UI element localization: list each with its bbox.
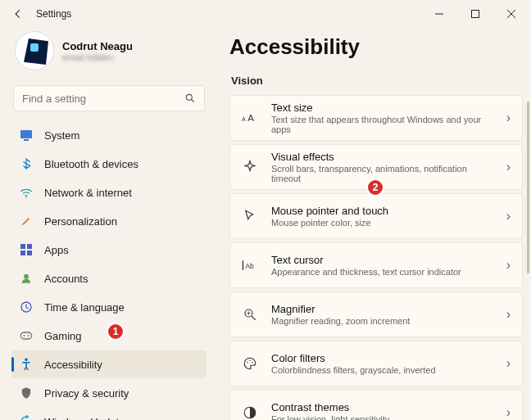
setting-contrast-themes[interactable]: Contrast themesFor low vision, light sen… bbox=[229, 390, 523, 420]
card-title: Visual effects bbox=[271, 151, 493, 163]
profile-block[interactable]: Codrut Neagu email hidden bbox=[11, 28, 206, 79]
titlebar: Settings bbox=[0, 0, 531, 28]
search-input[interactable] bbox=[22, 93, 184, 105]
svg-point-26 bbox=[249, 360, 251, 362]
profile-name: Codrut Neagu bbox=[62, 40, 133, 52]
svg-point-14 bbox=[23, 335, 25, 336]
sparkle-icon bbox=[242, 159, 258, 175]
card-title: Mouse pointer and touch bbox=[271, 205, 493, 217]
card-sub: Mouse pointer color, size bbox=[271, 218, 493, 228]
nav-label: Gaming bbox=[44, 330, 82, 342]
nav-label: Accessibility bbox=[44, 359, 102, 371]
settings-list: AA Text sizeText size that appears throu… bbox=[229, 95, 523, 420]
svg-rect-13 bbox=[20, 332, 31, 339]
setting-text-cursor[interactable]: Ab Text cursorAppearance and thickness, … bbox=[229, 242, 523, 288]
search-box[interactable] bbox=[13, 85, 205, 111]
card-sub: Scroll bars, transparency, animations, n… bbox=[271, 164, 493, 183]
sidebar-item-update[interactable]: Windows Update bbox=[11, 408, 206, 420]
svg-rect-5 bbox=[24, 139, 29, 141]
svg-rect-10 bbox=[27, 251, 32, 255]
nav-label: Time & language bbox=[44, 301, 125, 314]
svg-rect-9 bbox=[20, 251, 25, 255]
sidebar-item-system[interactable]: System bbox=[11, 121, 206, 149]
profile-email: email hidden bbox=[62, 52, 133, 62]
setting-mouse-pointer[interactable]: Mouse pointer and touchMouse pointer col… bbox=[229, 193, 523, 239]
card-title: Text cursor bbox=[271, 254, 493, 266]
section-header: Vision bbox=[231, 75, 523, 87]
scrollbar[interactable] bbox=[527, 102, 529, 273]
minimize-icon bbox=[435, 10, 443, 18]
card-title: Color filters bbox=[271, 352, 493, 364]
sidebar-item-network[interactable]: Network & internet bbox=[11, 178, 206, 206]
nav-label: Windows Update bbox=[44, 416, 125, 421]
card-title: Magnifier bbox=[271, 303, 493, 315]
sidebar-item-personalization[interactable]: Personalization bbox=[11, 207, 206, 235]
svg-line-22 bbox=[252, 316, 256, 320]
svg-rect-8 bbox=[27, 244, 32, 249]
svg-point-27 bbox=[252, 362, 253, 364]
close-button[interactable] bbox=[493, 2, 529, 26]
chevron-right-icon: › bbox=[506, 111, 511, 125]
svg-text:A: A bbox=[242, 116, 246, 123]
maximize-icon bbox=[471, 10, 479, 18]
setting-color-filters[interactable]: Color filtersColorblindness filters, gra… bbox=[229, 341, 523, 386]
nav-label: Bluetooth & devices bbox=[44, 158, 138, 170]
search-icon bbox=[184, 93, 196, 104]
arrow-left-icon bbox=[12, 8, 24, 20]
card-title: Text size bbox=[271, 102, 493, 114]
window-title: Settings bbox=[36, 8, 71, 20]
minimize-button[interactable] bbox=[421, 2, 457, 26]
update-icon bbox=[20, 415, 33, 420]
card-sub: For low vision, light sensitivity bbox=[271, 414, 493, 420]
annotation-badge-2: 2 bbox=[366, 178, 384, 196]
text-size-icon: AA bbox=[242, 110, 258, 126]
svg-point-2 bbox=[186, 94, 192, 100]
svg-point-11 bbox=[24, 274, 29, 279]
sidebar-item-privacy[interactable]: Privacy & security bbox=[11, 379, 206, 407]
sidebar-item-apps[interactable]: Apps bbox=[11, 236, 206, 264]
back-button[interactable] bbox=[11, 7, 25, 20]
chevron-right-icon: › bbox=[506, 258, 511, 273]
svg-point-16 bbox=[25, 359, 27, 361]
nav-label: System bbox=[44, 129, 79, 142]
gaming-icon bbox=[20, 329, 33, 342]
cursor-icon bbox=[242, 208, 258, 224]
sidebar-item-accessibility[interactable]: Accessibility bbox=[11, 350, 206, 378]
chevron-right-icon: › bbox=[506, 405, 511, 420]
magnifier-icon bbox=[242, 306, 258, 323]
setting-text-size[interactable]: AA Text sizeText size that appears throu… bbox=[229, 95, 523, 141]
page-title: Accessibility bbox=[229, 34, 523, 60]
svg-point-15 bbox=[28, 335, 30, 336]
svg-point-25 bbox=[247, 362, 248, 364]
nav-label: Personalization bbox=[44, 215, 117, 228]
svg-text:A: A bbox=[247, 113, 254, 123]
chevron-right-icon: › bbox=[506, 307, 511, 322]
nav-label: Apps bbox=[44, 244, 69, 256]
text-cursor-icon: Ab bbox=[242, 257, 258, 273]
maximize-button[interactable] bbox=[457, 2, 493, 26]
card-sub: Appearance and thickness, text cursor in… bbox=[271, 267, 493, 277]
sidebar-item-time[interactable]: Time & language bbox=[11, 293, 206, 321]
svg-point-6 bbox=[25, 196, 27, 197]
main-pane: Accessibility Vision AA Text sizeText si… bbox=[215, 28, 531, 420]
sidebar-item-bluetooth[interactable]: Bluetooth & devices bbox=[11, 150, 206, 178]
nav-label: Network & internet bbox=[44, 187, 132, 199]
apps-icon bbox=[20, 243, 33, 256]
shield-icon bbox=[20, 386, 33, 400]
svg-rect-4 bbox=[20, 130, 32, 138]
avatar bbox=[15, 31, 54, 70]
window-controls bbox=[421, 2, 529, 26]
nav-list: System Bluetooth & devices Network & int… bbox=[11, 121, 206, 420]
chevron-right-icon: › bbox=[506, 160, 511, 174]
system-icon bbox=[20, 129, 33, 142]
clock-icon bbox=[20, 300, 33, 314]
setting-magnifier[interactable]: MagnifierMagnifier reading, zoom increme… bbox=[229, 291, 523, 337]
bluetooth-icon bbox=[20, 157, 33, 170]
chevron-right-icon: › bbox=[506, 209, 511, 224]
paintbrush-icon bbox=[20, 215, 33, 228]
card-title: Contrast themes bbox=[271, 401, 493, 413]
sidebar: Codrut Neagu email hidden System Bluetoo… bbox=[0, 28, 215, 420]
wifi-icon bbox=[20, 186, 33, 199]
close-icon bbox=[507, 10, 515, 18]
sidebar-item-accounts[interactable]: Accounts bbox=[11, 264, 206, 292]
